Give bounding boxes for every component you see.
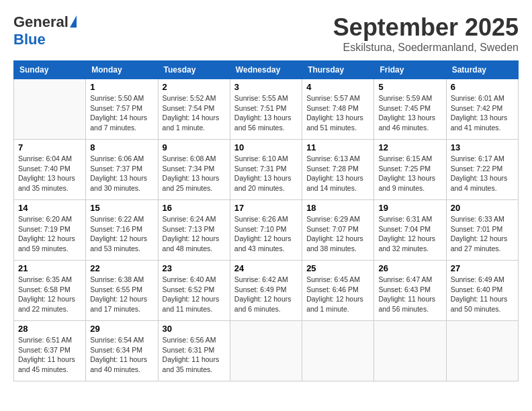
calendar-cell: 12Sunrise: 6:15 AMSunset: 7:25 PMDayligh…: [374, 140, 446, 200]
calendar-cell: 1Sunrise: 5:50 AMSunset: 7:57 PMDaylight…: [86, 79, 158, 140]
day-info: Sunrise: 6:40 AMSunset: 6:52 PMDaylight:…: [163, 275, 226, 314]
day-info: Sunrise: 5:52 AMSunset: 7:54 PMDaylight:…: [163, 93, 226, 133]
day-info: Sunrise: 5:50 AMSunset: 7:57 PMDaylight:…: [90, 93, 153, 133]
calendar-cell: 7Sunrise: 6:04 AMSunset: 7:40 PMDaylight…: [14, 140, 86, 200]
calendar-cell: 14Sunrise: 6:20 AMSunset: 7:19 PMDayligh…: [14, 200, 86, 261]
calendar-cell: 19Sunrise: 6:31 AMSunset: 7:04 PMDayligh…: [374, 200, 446, 261]
day-info: Sunrise: 6:38 AMSunset: 6:55 PMDaylight:…: [90, 275, 153, 314]
calendar-week-5: 28Sunrise: 6:51 AMSunset: 6:37 PMDayligh…: [14, 321, 519, 381]
page-header: General Blue September 2025 Eskilstuna, …: [13, 13, 519, 54]
calendar-cell: [446, 321, 518, 381]
calendar-cell: 26Sunrise: 6:47 AMSunset: 6:43 PMDayligh…: [374, 261, 446, 321]
calendar-cell: [374, 321, 446, 381]
day-number: 23: [163, 263, 226, 273]
day-number: 4: [306, 82, 369, 92]
calendar-week-4: 21Sunrise: 6:35 AMSunset: 6:58 PMDayligh…: [14, 261, 519, 321]
calendar-cell: 3Sunrise: 5:55 AMSunset: 7:51 PMDaylight…: [230, 79, 302, 140]
day-info: Sunrise: 5:59 AMSunset: 7:45 PMDaylight:…: [378, 93, 441, 133]
calendar-header-friday: Friday: [374, 61, 446, 79]
calendar-cell: 20Sunrise: 6:33 AMSunset: 7:01 PMDayligh…: [446, 200, 518, 261]
day-number: 16: [163, 203, 226, 213]
logo-general-text: General: [13, 13, 69, 31]
title-block: September 2025 Eskilstuna, Soedermanland…: [333, 13, 519, 54]
calendar-header-sunday: Sunday: [14, 61, 86, 79]
day-number: 8: [90, 142, 153, 152]
calendar-cell: 4Sunrise: 5:57 AMSunset: 7:48 PMDaylight…: [302, 79, 374, 140]
day-number: 29: [90, 324, 153, 334]
day-number: 15: [90, 203, 153, 213]
day-number: 18: [306, 203, 369, 213]
calendar-cell: 6Sunrise: 6:01 AMSunset: 7:42 PMDaylight…: [446, 79, 518, 140]
day-number: 3: [234, 82, 298, 92]
day-number: 9: [163, 142, 226, 152]
logo-triangle-icon: [70, 15, 77, 28]
logo-blue-text: Blue: [13, 31, 46, 48]
day-info: Sunrise: 6:45 AMSunset: 6:46 PMDaylight:…: [306, 275, 369, 314]
day-number: 21: [18, 263, 81, 273]
day-info: Sunrise: 5:55 AMSunset: 7:51 PMDaylight:…: [234, 93, 298, 133]
day-number: 27: [451, 263, 514, 273]
day-info: Sunrise: 6:20 AMSunset: 7:19 PMDaylight:…: [18, 214, 81, 254]
calendar-week-3: 14Sunrise: 6:20 AMSunset: 7:19 PMDayligh…: [14, 200, 519, 261]
day-info: Sunrise: 6:51 AMSunset: 6:37 PMDaylight:…: [18, 335, 81, 375]
day-number: 2: [163, 82, 226, 92]
calendar-cell: 28Sunrise: 6:51 AMSunset: 6:37 PMDayligh…: [14, 321, 86, 381]
calendar-cell: 25Sunrise: 6:45 AMSunset: 6:46 PMDayligh…: [302, 261, 374, 321]
month-title: September 2025: [333, 13, 519, 42]
day-number: 10: [234, 142, 298, 152]
calendar-cell: 10Sunrise: 6:10 AMSunset: 7:31 PMDayligh…: [230, 140, 302, 200]
calendar-cell: 21Sunrise: 6:35 AMSunset: 6:58 PMDayligh…: [14, 261, 86, 321]
calendar-cell: 5Sunrise: 5:59 AMSunset: 7:45 PMDaylight…: [374, 79, 446, 140]
day-info: Sunrise: 6:54 AMSunset: 6:34 PMDaylight:…: [90, 335, 153, 375]
calendar-cell: 8Sunrise: 6:06 AMSunset: 7:37 PMDaylight…: [86, 140, 158, 200]
day-number: 30: [163, 324, 226, 334]
calendar-cell: 9Sunrise: 6:08 AMSunset: 7:34 PMDaylight…: [158, 140, 230, 200]
calendar-cell: 2Sunrise: 5:52 AMSunset: 7:54 PMDaylight…: [158, 79, 230, 140]
day-info: Sunrise: 6:31 AMSunset: 7:04 PMDaylight:…: [378, 214, 441, 254]
calendar-header-saturday: Saturday: [446, 61, 518, 79]
calendar-cell: [14, 79, 86, 140]
calendar-cell: 11Sunrise: 6:13 AMSunset: 7:28 PMDayligh…: [302, 140, 374, 200]
calendar-cell: 29Sunrise: 6:54 AMSunset: 6:34 PMDayligh…: [86, 321, 158, 381]
calendar-cell: 27Sunrise: 6:49 AMSunset: 6:40 PMDayligh…: [446, 261, 518, 321]
logo: General Blue: [13, 13, 77, 48]
calendar-header-thursday: Thursday: [302, 61, 374, 79]
day-info: Sunrise: 6:49 AMSunset: 6:40 PMDaylight:…: [451, 275, 514, 314]
day-number: 17: [234, 203, 298, 213]
calendar-week-1: 1Sunrise: 5:50 AMSunset: 7:57 PMDaylight…: [14, 79, 519, 140]
day-info: Sunrise: 6:17 AMSunset: 7:22 PMDaylight:…: [451, 154, 514, 193]
day-info: Sunrise: 6:33 AMSunset: 7:01 PMDaylight:…: [451, 214, 514, 254]
day-number: 1: [90, 82, 153, 92]
calendar-cell: 17Sunrise: 6:26 AMSunset: 7:10 PMDayligh…: [230, 200, 302, 261]
day-number: 7: [18, 142, 81, 152]
calendar-cell: 30Sunrise: 6:56 AMSunset: 6:31 PMDayligh…: [158, 321, 230, 381]
day-number: 22: [90, 263, 153, 273]
calendar-cell: 13Sunrise: 6:17 AMSunset: 7:22 PMDayligh…: [446, 140, 518, 200]
day-number: 20: [451, 203, 514, 213]
day-info: Sunrise: 6:15 AMSunset: 7:25 PMDaylight:…: [378, 154, 441, 193]
day-number: 26: [378, 263, 441, 273]
day-info: Sunrise: 6:06 AMSunset: 7:37 PMDaylight:…: [90, 154, 153, 193]
calendar-header-wednesday: Wednesday: [230, 61, 302, 79]
day-number: 5: [378, 82, 441, 92]
day-number: 14: [18, 203, 81, 213]
location-title: Eskilstuna, Soedermanland, Sweden: [333, 42, 519, 54]
day-info: Sunrise: 6:13 AMSunset: 7:28 PMDaylight:…: [306, 154, 369, 193]
calendar-cell: [302, 321, 374, 381]
day-info: Sunrise: 6:26 AMSunset: 7:10 PMDaylight:…: [234, 214, 298, 254]
calendar-cell: 16Sunrise: 6:24 AMSunset: 7:13 PMDayligh…: [158, 200, 230, 261]
calendar-cell: 22Sunrise: 6:38 AMSunset: 6:55 PMDayligh…: [86, 261, 158, 321]
day-number: 28: [18, 324, 81, 334]
day-number: 25: [306, 263, 369, 273]
day-number: 13: [451, 142, 514, 152]
calendar-cell: [230, 321, 302, 381]
calendar-table: SundayMondayTuesdayWednesdayThursdayFrid…: [13, 60, 519, 381]
day-info: Sunrise: 5:57 AMSunset: 7:48 PMDaylight:…: [306, 93, 369, 133]
day-info: Sunrise: 6:10 AMSunset: 7:31 PMDaylight:…: [234, 154, 298, 193]
calendar-week-2: 7Sunrise: 6:04 AMSunset: 7:40 PMDaylight…: [14, 140, 519, 200]
day-number: 6: [451, 82, 514, 92]
calendar-header-monday: Monday: [86, 61, 158, 79]
day-number: 19: [378, 203, 441, 213]
day-info: Sunrise: 6:01 AMSunset: 7:42 PMDaylight:…: [451, 93, 514, 133]
day-info: Sunrise: 6:04 AMSunset: 7:40 PMDaylight:…: [18, 154, 81, 193]
